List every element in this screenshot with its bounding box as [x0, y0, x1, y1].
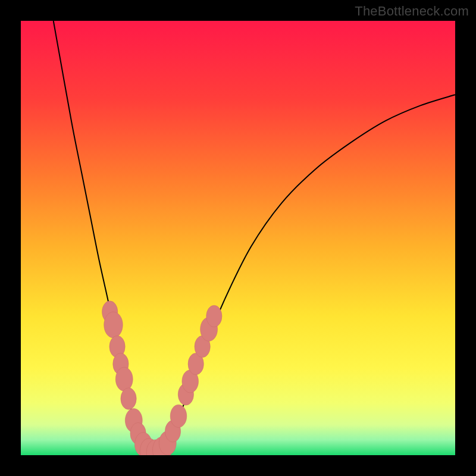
plot-area: [21, 21, 455, 455]
marker-dot: [170, 405, 187, 427]
marker-dot: [206, 305, 222, 327]
marker-dot: [104, 312, 123, 338]
marker-group: [102, 301, 222, 455]
marker-dot: [121, 388, 136, 410]
curve-layer: [21, 21, 455, 455]
watermark-text: TheBottleneck.com: [355, 4, 469, 19]
marker-dot: [115, 367, 133, 391]
bottleneck-curve: [54, 21, 455, 453]
chart-frame: TheBottleneck.com: [0, 0, 476, 476]
